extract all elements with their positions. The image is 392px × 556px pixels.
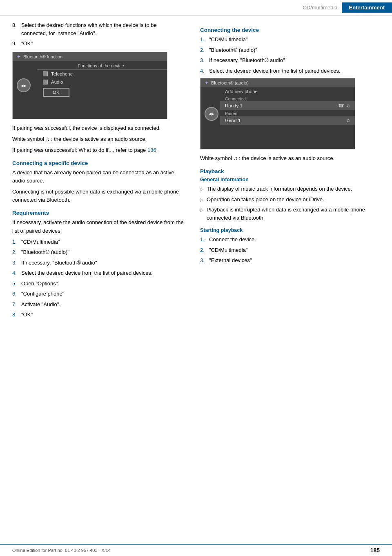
ss-left-title-bar: ✦ Bluetooth® function bbox=[13, 52, 167, 61]
playback-step-text: "CD/Multimedia" bbox=[209, 246, 380, 254]
connect-step-text: "CD/Multimedia" bbox=[209, 36, 380, 44]
para-pairing-unsuccessful: If pairing was unsuccessful: What to do … bbox=[12, 146, 184, 154]
connect-step-num: 1. bbox=[200, 36, 209, 44]
req-step-text: If necessary, "Bluetooth® audio" bbox=[21, 259, 184, 267]
header-cd-label: CD/multimedia bbox=[303, 4, 337, 11]
screenshot-left: ✦ Bluetooth® function ◂▸ Functions of th… bbox=[12, 52, 167, 119]
req-step: 1."CD/Multimedia" bbox=[12, 238, 184, 246]
page-link-186[interactable]: 186 bbox=[147, 147, 156, 153]
telephone-label: Telephone bbox=[51, 71, 73, 76]
ss-left-row-audio: Audio bbox=[37, 78, 167, 86]
page-header: CD/multimedia Entertainment bbox=[0, 0, 392, 16]
req-step: 7.Activate "Audio". bbox=[12, 300, 184, 309]
section-general-info: General information bbox=[200, 177, 380, 182]
para-white-symbol-left: White symbol ♫ : the device is active as… bbox=[12, 135, 184, 143]
handy1-icons: ☎ ♫ bbox=[338, 103, 350, 109]
ss-paired-label: Paired: bbox=[220, 110, 355, 116]
bullet-text: Playback is interrupted when data is exc… bbox=[207, 206, 380, 222]
para-white-symbol-right: White symbol ♫ : the device is active as… bbox=[200, 154, 380, 162]
playback-step-num: 3. bbox=[200, 256, 209, 265]
connect-step: 1."CD/Multimedia" bbox=[200, 36, 380, 44]
footer-edition-text: Online Edition for Part no. 01 40 2 957 … bbox=[12, 548, 111, 553]
req-step-num: 5. bbox=[12, 280, 21, 288]
req-step-num: 3. bbox=[12, 259, 21, 267]
ss-right-title: Bluetooth® (audio) bbox=[211, 80, 249, 85]
page-footer: Online Edition for Part no. 01 40 2 957 … bbox=[0, 544, 392, 556]
bullet-text: The display of music track information d… bbox=[207, 185, 352, 193]
playback-step-num: 2. bbox=[200, 246, 209, 254]
playback-step-text: Connect the device. bbox=[209, 236, 380, 244]
req-step-text: "OK" bbox=[21, 311, 184, 319]
playback-step-text: "External devices" bbox=[209, 256, 380, 265]
gerat1-icons: ♫ bbox=[346, 118, 350, 123]
connect-step: 4.Select the desired device from the lis… bbox=[200, 67, 380, 75]
para-req: If necessary, activate the audio connect… bbox=[12, 218, 184, 235]
bluetooth-icon-right: ✦ bbox=[205, 80, 209, 86]
ss-handy1: Handy 1 ☎ ♫ bbox=[220, 101, 355, 110]
header-entertainment-label: Entertainment bbox=[342, 2, 392, 13]
playback-step: 1.Connect the device. bbox=[200, 236, 380, 244]
req-step: 8."OK" bbox=[12, 311, 184, 319]
req-step-text: Open "Options". bbox=[21, 280, 184, 288]
audio-label: Audio bbox=[51, 80, 63, 85]
req-step-num: 8. bbox=[12, 311, 21, 319]
checkbox-telephone bbox=[43, 71, 48, 76]
gerat1-text: Gerät 1 bbox=[225, 118, 241, 123]
connect-steps: 1."CD/Multimedia"2."Bluetooth® (audio)"3… bbox=[200, 36, 380, 75]
screenshot-right: ✦ Bluetooth® (audio) ◂▸ Add new phone Co… bbox=[200, 78, 355, 149]
connect-step-text: If necessary, "Bluetooth® audio" bbox=[209, 56, 380, 64]
ss-left-row-telephone: Telephone bbox=[37, 70, 167, 78]
connect-step: 3.If necessary, "Bluetooth® audio" bbox=[200, 56, 380, 64]
list-item: ▷The display of music track information … bbox=[200, 185, 380, 193]
ss-right-title-bar: ✦ Bluetooth® (audio) bbox=[200, 78, 355, 87]
checkbox-audio bbox=[43, 80, 48, 85]
req-step-text: "Bluetooth® (audio)" bbox=[21, 248, 184, 256]
ss-connected-label: Connected: bbox=[220, 96, 355, 101]
req-step: 3.If necessary, "Bluetooth® audio" bbox=[12, 259, 184, 267]
ss-left-nav-circle: ◂▸ bbox=[17, 78, 31, 92]
req-step: 6."Configure phone" bbox=[12, 290, 184, 298]
ss-gerat1: Gerät 1 ♫ bbox=[220, 116, 355, 125]
section-connecting-device: Connecting the device bbox=[200, 27, 380, 33]
connect-step-num: 4. bbox=[200, 67, 209, 75]
step-9: 9. "OK" bbox=[12, 40, 184, 48]
general-info-bullets: ▷The display of music track information … bbox=[200, 185, 380, 222]
playback-step: 2."CD/Multimedia" bbox=[200, 246, 380, 254]
step-9-num: 9. bbox=[12, 40, 21, 48]
req-step-num: 4. bbox=[12, 269, 21, 277]
req-step: 2."Bluetooth® (audio)" bbox=[12, 248, 184, 256]
req-step: 4.Select the desired device from the lis… bbox=[12, 269, 184, 277]
nav-arrows: ◂▸ bbox=[21, 82, 27, 89]
handy1-text: Handy 1 bbox=[225, 103, 243, 108]
playback-step: 3."External devices" bbox=[200, 256, 380, 265]
section-starting-playback: Starting playback bbox=[200, 227, 380, 233]
page-number: 185 bbox=[370, 547, 380, 554]
section-playback: Playback bbox=[200, 168, 380, 174]
req-step-text: "Configure phone" bbox=[21, 290, 184, 298]
req-step-num: 1. bbox=[12, 238, 21, 246]
playback-steps: 1.Connect the device.2."CD/Multimedia"3.… bbox=[200, 236, 380, 265]
ss-ok-button: OK bbox=[43, 88, 69, 97]
list-item: ▷Playback is interrupted when data is ex… bbox=[200, 206, 380, 222]
bullet-text: Operation can takes place on the device … bbox=[207, 196, 324, 204]
music-note-icon: ♫ bbox=[346, 103, 350, 109]
para-unsuccessful-suffix: . bbox=[156, 147, 158, 153]
para-specific2: Connecting is not possible when data is … bbox=[12, 188, 184, 204]
bluetooth-icon-left: ✦ bbox=[17, 54, 21, 60]
step-9-text: "OK" bbox=[21, 40, 184, 48]
req-step: 5.Open "Options". bbox=[12, 280, 184, 288]
music-note-icon-2: ♫ bbox=[346, 118, 350, 123]
ss-add-new-phone: Add new phone bbox=[220, 87, 355, 96]
right-column: Connecting the device 1."CD/Multimedia"2… bbox=[196, 21, 392, 321]
connect-step-num: 2. bbox=[200, 46, 209, 54]
para-specific1: A device that has already been paired ca… bbox=[12, 169, 184, 185]
playback-step-num: 1. bbox=[200, 236, 209, 244]
phone-icon: ☎ bbox=[338, 103, 344, 109]
section-connecting-specific: Connecting a specific device bbox=[12, 160, 184, 166]
req-step-text: Select the desired device from the list … bbox=[21, 269, 184, 277]
bullet-arrow: ▷ bbox=[200, 196, 207, 204]
connect-step-text: Select the desired device from the list … bbox=[209, 67, 380, 75]
list-item: ▷Operation can takes place on the device… bbox=[200, 196, 380, 204]
req-step-text: Activate "Audio". bbox=[21, 300, 184, 309]
req-step-num: 7. bbox=[12, 300, 21, 309]
